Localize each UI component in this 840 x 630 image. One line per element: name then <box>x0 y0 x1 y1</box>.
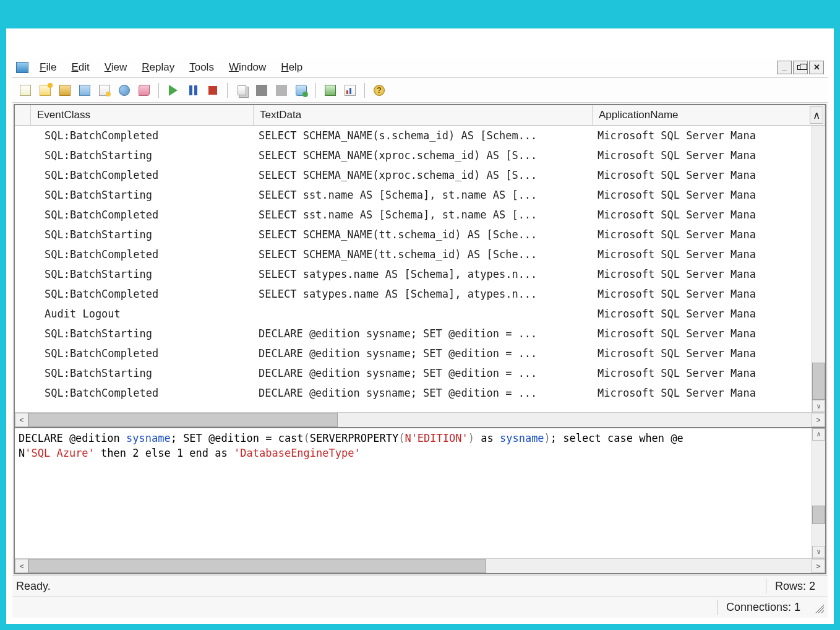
detail-horizontal-scrollbar[interactable]: < > <box>15 558 825 573</box>
export-excel-button[interactable] <box>322 82 338 98</box>
find-button[interactable] <box>116 82 132 98</box>
pause-icon <box>189 85 197 95</box>
hscroll-left-button[interactable]: < <box>15 413 28 427</box>
new-template-button[interactable] <box>37 82 53 98</box>
status-rows: Rows: 2 <box>766 579 824 594</box>
cell-textdata: SELECT SCHEMA_NAME(tt.schema_id) AS [Sch… <box>254 228 593 241</box>
cell-applicationname: Microsoft SQL Server Mana <box>593 288 825 300</box>
database-button[interactable] <box>293 82 309 98</box>
col-header-textdata[interactable]: TextData <box>254 105 593 125</box>
menu-tools[interactable]: Tools <box>183 59 223 76</box>
table-row[interactable]: SQL:BatchStartingSELECT SCHEMA_NAME(tt.s… <box>15 225 825 244</box>
table-row[interactable]: SQL:BatchStartingDECLARE @edition sysnam… <box>15 324 825 343</box>
cell-applicationname: Microsoft SQL Server Mana <box>593 248 825 261</box>
grid-horizontal-scrollbar[interactable]: < > <box>15 412 825 427</box>
mdi-app-icon <box>16 62 28 73</box>
table-row[interactable]: SQL:BatchCompletedSELECT sst.name AS [Sc… <box>15 205 825 225</box>
cell-textdata: SELECT satypes.name AS [Schema], atypes.… <box>254 268 593 280</box>
cell-eventclass: Audit Logout <box>31 308 254 320</box>
detail-vscroll-down[interactable]: ∨ <box>812 546 825 558</box>
vscroll-down-button[interactable]: ∨ <box>812 400 825 412</box>
cell-applicationname: Microsoft SQL Server Mana <box>593 189 825 201</box>
menu-file[interactable]: File <box>33 59 65 76</box>
cell-textdata: SELECT sst.name AS [Schema], st.name AS … <box>254 209 593 221</box>
cell-eventclass: SQL:BatchCompleted <box>31 129 254 142</box>
menu-window[interactable]: Window <box>223 59 275 76</box>
mdi-close-button[interactable]: ✕ <box>809 61 824 74</box>
table-row[interactable]: SQL:BatchStartingSELECT SCHEMA_NAME(xpro… <box>15 145 825 165</box>
run-trace-button[interactable] <box>165 82 181 98</box>
cell-applicationname: Microsoft SQL Server Mana <box>593 268 825 280</box>
resize-grip[interactable] <box>813 602 824 613</box>
help-icon: ? <box>374 85 385 96</box>
menu-view[interactable]: View <box>98 59 136 76</box>
vscroll-up-button[interactable]: ∧ <box>810 106 823 124</box>
table-row[interactable]: SQL:BatchStartingSELECT sst.name AS [Sch… <box>15 185 825 205</box>
cell-textdata: DECLARE @edition sysname; SET @edition =… <box>254 367 593 379</box>
cell-textdata: SELECT SCHEMA_NAME(xproc.schema_id) AS [… <box>254 169 593 181</box>
detail-vertical-scrollbar[interactable]: ∧ ∨ <box>812 428 825 558</box>
toolbar-separator <box>227 83 228 98</box>
cell-textdata: SELECT sst.name AS [Schema], st.name AS … <box>254 189 593 201</box>
detail-hscroll-right[interactable]: > <box>812 559 825 573</box>
toggle-grid-button[interactable] <box>254 82 270 98</box>
toolbar: ? <box>12 78 828 103</box>
menu-replay[interactable]: Replay <box>135 59 183 76</box>
cell-applicationname: Microsoft SQL Server Mana <box>593 169 825 181</box>
new-trace-button[interactable] <box>17 82 33 98</box>
mdi-minimize-button[interactable]: _ <box>777 61 792 74</box>
copy-button[interactable] <box>234 82 250 98</box>
menu-view-label: iew <box>111 61 127 73</box>
table-row[interactable]: SQL:BatchCompletedDECLARE @edition sysna… <box>15 343 825 363</box>
col-header-applicationname[interactable]: ApplicationName ∧ <box>593 105 825 125</box>
grid-body[interactable]: SQL:BatchCompletedSELECT SCHEMA_NAME(s.s… <box>15 126 825 412</box>
col-header-eventclass[interactable]: EventClass <box>31 105 254 125</box>
table-row[interactable]: SQL:BatchCompletedSELECT SCHEMA_NAME(s.s… <box>15 126 825 145</box>
cell-applicationname: Microsoft SQL Server Mana <box>593 387 825 399</box>
table-row[interactable]: SQL:BatchCompletedSELECT satypes.name AS… <box>15 284 825 304</box>
cell-applicationname: Microsoft SQL Server Mana <box>593 327 825 340</box>
show-plan-button[interactable] <box>342 82 358 98</box>
cell-eventclass: SQL:BatchStarting <box>31 327 254 340</box>
table-row[interactable]: SQL:BatchCompletedSELECT SCHEMA_NAME(xpr… <box>15 165 825 185</box>
cell-textdata: SELECT SCHEMA_NAME(xproc.schema_id) AS [… <box>254 149 593 162</box>
hscroll-right-button[interactable]: > <box>812 413 825 427</box>
pause-trace-button[interactable] <box>185 82 201 98</box>
trace-grid: EventClass TextData ApplicationName ∧ SQ… <box>15 105 825 428</box>
stop-trace-button[interactable] <box>205 82 221 98</box>
row-header-corner[interactable] <box>15 105 31 125</box>
col-header-applicationname-label: ApplicationName <box>599 109 679 121</box>
detail-hscroll-left[interactable]: < <box>15 559 28 573</box>
cell-eventclass: SQL:BatchStarting <box>31 268 254 280</box>
status-bar-1: Ready. Rows: 2 <box>12 576 828 597</box>
properties-button[interactable] <box>96 82 113 98</box>
outer-frame: File Edit View Replay Tools Window Help … <box>0 0 840 630</box>
detail-vscroll-up[interactable]: ∧ <box>812 428 825 441</box>
table-row[interactable]: SQL:BatchCompletedDECLARE @edition sysna… <box>15 383 825 403</box>
cell-textdata: SELECT SCHEMA_NAME(s.schema_id) AS [Sche… <box>254 129 593 142</box>
table-row[interactable]: SQL:BatchStartingSELECT satypes.name AS … <box>15 264 825 284</box>
cell-textdata: SELECT satypes.name AS [Schema], atypes.… <box>254 288 593 300</box>
menu-edit[interactable]: Edit <box>65 59 98 76</box>
cell-applicationname: Microsoft SQL Server Mana <box>593 129 825 142</box>
menu-edit-label: dit <box>79 61 90 73</box>
help-button[interactable]: ? <box>371 82 387 98</box>
menu-help[interactable]: Help <box>275 59 311 76</box>
play-icon <box>169 85 178 96</box>
open-button[interactable] <box>57 82 73 98</box>
table-row[interactable]: SQL:BatchCompletedSELECT SCHEMA_NAME(tt.… <box>15 244 825 264</box>
menu-tools-label: ools <box>195 61 214 73</box>
clear-button[interactable] <box>136 82 152 98</box>
detail-pane: DECLARE @edition sysname; SET @edition =… <box>15 428 825 573</box>
cell-eventclass: SQL:BatchCompleted <box>31 347 254 360</box>
detail-sql-text[interactable]: DECLARE @edition sysname; SET @edition =… <box>15 428 825 558</box>
toolbar-separator <box>158 83 159 98</box>
mdi-restore-button[interactable] <box>793 61 808 74</box>
stop-icon <box>208 86 217 95</box>
aggregate-button[interactable] <box>273 82 289 98</box>
table-row[interactable]: SQL:BatchStartingDECLARE @edition sysnam… <box>15 363 825 383</box>
save-button[interactable] <box>77 82 93 98</box>
table-row[interactable]: Audit LogoutMicrosoft SQL Server Mana <box>15 304 825 324</box>
vertical-scrollbar[interactable]: ∨ <box>812 126 825 412</box>
cell-applicationname: Microsoft SQL Server Mana <box>593 347 825 360</box>
